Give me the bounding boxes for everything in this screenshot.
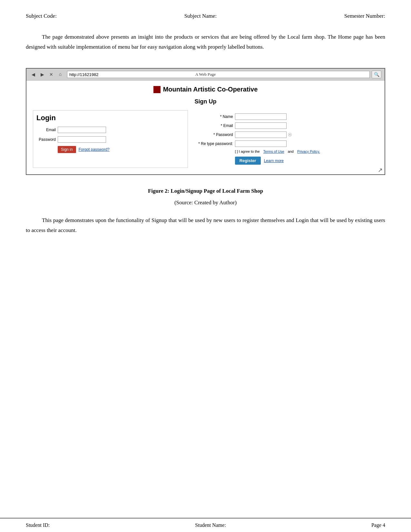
login-actions: Sign in Forgot password? xyxy=(58,146,184,153)
signup-email-field: * Email xyxy=(198,122,375,129)
and-text: and xyxy=(288,150,294,153)
search-button[interactable]: 🔍 xyxy=(372,71,381,78)
subject-name-label: Subject Name: xyxy=(184,13,217,19)
resize-handle: ↗ xyxy=(378,167,383,173)
signup-retype-field: * Re type password: xyxy=(198,140,375,147)
url-bar[interactable] xyxy=(67,71,370,78)
student-name-label: Student Name: xyxy=(195,522,226,528)
signup-email-label: * Email xyxy=(198,123,233,128)
terms-of-use-link[interactable]: Terms of Use xyxy=(263,150,284,153)
signup-name-input[interactable] xyxy=(235,113,287,120)
source-text: (Source: Created by Author) xyxy=(26,199,385,206)
signup-password-field: * Password ☉ xyxy=(198,131,375,138)
page-header: Subject Code: Subject Name: Semester Num… xyxy=(26,13,385,23)
browser-content: Mountain Artistic Co-Operative Sign Up L… xyxy=(26,81,385,174)
search-icon: 🔍 xyxy=(374,72,379,77)
signup-email-input[interactable] xyxy=(235,122,287,129)
privacy-policy-link[interactable]: Privacy Policy. xyxy=(297,150,320,153)
eye-icon: ☉ xyxy=(288,132,292,137)
signup-name-field: * Name xyxy=(198,113,375,120)
semester-number-label: Semester Number: xyxy=(344,13,385,19)
signup-section: * Name * Email * Password ☉ xyxy=(194,110,378,168)
browser-title: A Web Page xyxy=(195,72,216,77)
figure-caption: Figure 2: Login/Signup Page of Local Far… xyxy=(26,188,385,194)
back-button[interactable]: ◀ xyxy=(30,71,37,78)
password-label: Password xyxy=(36,137,56,142)
browser-window: A Web Page ◀ ▶ ✕ ⌂ 🔍 Mountain Artistic C… xyxy=(26,68,385,175)
signup-retype-label: * Re type password: xyxy=(198,141,233,146)
site-subtitle: Sign Up xyxy=(33,98,378,105)
browser-toolbar: A Web Page ◀ ▶ ✕ ⌂ 🔍 xyxy=(26,69,385,81)
password-input[interactable] xyxy=(58,136,106,143)
page-number: Page 4 xyxy=(371,522,385,528)
register-button[interactable]: Register xyxy=(235,157,261,165)
home-button[interactable]: ⌂ xyxy=(57,71,64,78)
login-password-field: Password xyxy=(36,136,184,143)
forward-button[interactable]: ▶ xyxy=(39,71,46,78)
signin-button[interactable]: Sign in xyxy=(58,146,76,153)
login-section: Login Email Password Sign in Forgot pass… xyxy=(33,110,188,168)
subject-code-label: Subject Code: xyxy=(26,13,57,19)
close-button[interactable]: ✕ xyxy=(48,71,55,78)
login-email-field: Email xyxy=(36,127,184,133)
page-footer: Student ID: Student Name: Page 4 xyxy=(0,518,411,532)
register-row: Register Learn more xyxy=(235,157,375,165)
password-wrapper: ☉ xyxy=(235,131,292,138)
site-logo xyxy=(153,86,161,93)
forms-row: Login Email Password Sign in Forgot pass… xyxy=(33,110,378,168)
paragraph-2: This page demonstrates upon the function… xyxy=(26,216,385,235)
signup-retype-input[interactable] xyxy=(235,140,287,147)
login-title: Login xyxy=(36,114,184,122)
email-input[interactable] xyxy=(58,127,106,133)
site-header: Mountain Artistic Co-Operative xyxy=(33,86,378,93)
site-title: Mountain Artistic Co-Operative xyxy=(163,86,258,93)
forgot-password-link[interactable]: Forgot password? xyxy=(79,147,110,152)
email-label: Email xyxy=(36,128,56,132)
learn-more-link[interactable]: Learn more xyxy=(264,159,284,163)
terms-row: [ ] I agree to the Terms of Use and Priv… xyxy=(235,150,375,153)
signup-name-label: * Name xyxy=(198,114,233,119)
paragraph-1: The page demonstrated above presents an … xyxy=(26,32,385,52)
signup-password-input[interactable] xyxy=(235,131,287,138)
terms-text: [ ] I agree to the xyxy=(235,150,260,153)
signup-password-label: * Password xyxy=(198,132,233,137)
student-id-label: Student ID: xyxy=(26,522,50,528)
